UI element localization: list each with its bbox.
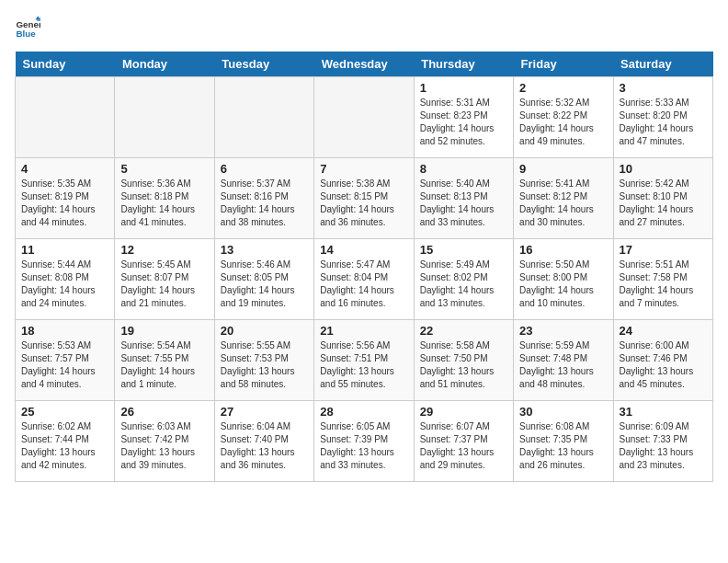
weekday-header-saturday: Saturday: [613, 52, 712, 77]
day-number-31: 31: [620, 405, 707, 419]
day-cell-23: 23Sunrise: 5:59 AM Sunset: 7:48 PM Dayli…: [514, 320, 613, 401]
empty-cell: [214, 77, 313, 158]
day-cell-25: 25Sunrise: 6:02 AM Sunset: 7:44 PM Dayli…: [16, 401, 115, 482]
day-info-13: Sunrise: 5:46 AM Sunset: 8:05 PM Dayligh…: [221, 259, 308, 310]
day-cell-26: 26Sunrise: 6:03 AM Sunset: 7:42 PM Dayli…: [115, 401, 214, 482]
day-number-11: 11: [21, 243, 108, 257]
day-cell-22: 22Sunrise: 5:58 AM Sunset: 7:50 PM Dayli…: [414, 320, 513, 401]
day-number-29: 29: [420, 405, 507, 419]
logo-icon: General Blue: [15, 15, 40, 40]
day-number-27: 27: [221, 405, 308, 419]
day-cell-3: 3Sunrise: 5:33 AM Sunset: 8:20 PM Daylig…: [613, 77, 712, 158]
day-cell-31: 31Sunrise: 6:09 AM Sunset: 7:33 PM Dayli…: [613, 401, 712, 482]
day-info-24: Sunrise: 6:00 AM Sunset: 7:46 PM Dayligh…: [620, 339, 707, 391]
day-number-18: 18: [21, 324, 108, 338]
day-number-9: 9: [519, 162, 607, 176]
day-info-20: Sunrise: 5:55 AM Sunset: 7:53 PM Dayligh…: [221, 339, 308, 391]
day-cell-27: 27Sunrise: 6:04 AM Sunset: 7:40 PM Dayli…: [214, 401, 313, 482]
day-number-6: 6: [221, 162, 308, 176]
day-number-28: 28: [320, 405, 407, 419]
week-row-1: 1Sunrise: 5:31 AM Sunset: 8:23 PM Daylig…: [16, 77, 713, 158]
day-info-31: Sunrise: 6:09 AM Sunset: 7:33 PM Dayligh…: [620, 420, 707, 472]
day-cell-30: 30Sunrise: 6:08 AM Sunset: 7:35 PM Dayli…: [514, 401, 613, 482]
logo: General Blue: [15, 15, 44, 40]
day-info-5: Sunrise: 5:36 AM Sunset: 8:18 PM Dayligh…: [120, 178, 208, 229]
day-info-22: Sunrise: 5:58 AM Sunset: 7:50 PM Dayligh…: [420, 339, 507, 391]
day-number-21: 21: [320, 324, 407, 338]
empty-cell: [16, 77, 115, 158]
day-info-7: Sunrise: 5:38 AM Sunset: 8:15 PM Dayligh…: [320, 178, 407, 229]
day-info-4: Sunrise: 5:35 AM Sunset: 8:19 PM Dayligh…: [21, 178, 108, 229]
day-info-14: Sunrise: 5:47 AM Sunset: 8:04 PM Dayligh…: [320, 259, 407, 310]
day-number-22: 22: [420, 324, 507, 338]
day-number-8: 8: [420, 162, 507, 176]
weekday-header-friday: Friday: [514, 52, 613, 77]
week-row-4: 18Sunrise: 5:53 AM Sunset: 7:57 PM Dayli…: [16, 320, 713, 401]
day-info-23: Sunrise: 5:59 AM Sunset: 7:48 PM Dayligh…: [519, 339, 607, 391]
day-cell-12: 12Sunrise: 5:45 AM Sunset: 8:07 PM Dayli…: [115, 239, 214, 320]
day-number-4: 4: [21, 162, 108, 176]
calendar-table: SundayMondayTuesdayWednesdayThursdayFrid…: [15, 52, 713, 482]
day-cell-11: 11Sunrise: 5:44 AM Sunset: 8:08 PM Dayli…: [16, 239, 115, 320]
day-info-30: Sunrise: 6:08 AM Sunset: 7:35 PM Dayligh…: [519, 420, 607, 472]
day-info-8: Sunrise: 5:40 AM Sunset: 8:13 PM Dayligh…: [420, 178, 507, 229]
day-cell-6: 6Sunrise: 5:37 AM Sunset: 8:16 PM Daylig…: [214, 158, 313, 239]
day-cell-28: 28Sunrise: 6:05 AM Sunset: 7:39 PM Dayli…: [314, 401, 414, 482]
week-row-2: 4Sunrise: 5:35 AM Sunset: 8:19 PM Daylig…: [16, 158, 713, 239]
day-cell-29: 29Sunrise: 6:07 AM Sunset: 7:37 PM Dayli…: [414, 401, 513, 482]
day-info-27: Sunrise: 6:04 AM Sunset: 7:40 PM Dayligh…: [221, 420, 308, 472]
day-info-9: Sunrise: 5:41 AM Sunset: 8:12 PM Dayligh…: [519, 178, 607, 229]
day-cell-2: 2Sunrise: 5:32 AM Sunset: 8:22 PM Daylig…: [514, 77, 613, 158]
day-cell-24: 24Sunrise: 6:00 AM Sunset: 7:46 PM Dayli…: [613, 320, 712, 401]
day-number-13: 13: [221, 243, 308, 257]
day-cell-8: 8Sunrise: 5:40 AM Sunset: 8:13 PM Daylig…: [414, 158, 513, 239]
day-cell-5: 5Sunrise: 5:36 AM Sunset: 8:18 PM Daylig…: [115, 158, 214, 239]
day-cell-15: 15Sunrise: 5:49 AM Sunset: 8:02 PM Dayli…: [414, 239, 513, 320]
day-info-17: Sunrise: 5:51 AM Sunset: 7:58 PM Dayligh…: [620, 259, 707, 310]
day-number-23: 23: [519, 324, 607, 338]
day-number-24: 24: [620, 324, 707, 338]
day-number-12: 12: [120, 243, 208, 257]
weekday-header-thursday: Thursday: [414, 52, 513, 77]
weekday-header-tuesday: Tuesday: [214, 52, 313, 77]
day-number-1: 1: [420, 81, 507, 95]
day-cell-19: 19Sunrise: 5:54 AM Sunset: 7:55 PM Dayli…: [115, 320, 214, 401]
day-cell-17: 17Sunrise: 5:51 AM Sunset: 7:58 PM Dayli…: [613, 239, 712, 320]
day-info-1: Sunrise: 5:31 AM Sunset: 8:23 PM Dayligh…: [420, 97, 507, 148]
day-cell-20: 20Sunrise: 5:55 AM Sunset: 7:53 PM Dayli…: [214, 320, 313, 401]
week-row-3: 11Sunrise: 5:44 AM Sunset: 8:08 PM Dayli…: [16, 239, 713, 320]
day-info-15: Sunrise: 5:49 AM Sunset: 8:02 PM Dayligh…: [420, 259, 507, 310]
page-header: General Blue: [15, 15, 713, 40]
day-cell-7: 7Sunrise: 5:38 AM Sunset: 8:15 PM Daylig…: [314, 158, 414, 239]
day-number-19: 19: [120, 324, 208, 338]
week-row-5: 25Sunrise: 6:02 AM Sunset: 7:44 PM Dayli…: [16, 401, 713, 482]
day-info-3: Sunrise: 5:33 AM Sunset: 8:20 PM Dayligh…: [620, 97, 707, 148]
weekday-header-sunday: Sunday: [16, 52, 115, 77]
day-info-28: Sunrise: 6:05 AM Sunset: 7:39 PM Dayligh…: [320, 420, 407, 472]
day-number-15: 15: [420, 243, 507, 257]
day-cell-18: 18Sunrise: 5:53 AM Sunset: 7:57 PM Dayli…: [16, 320, 115, 401]
day-cell-1: 1Sunrise: 5:31 AM Sunset: 8:23 PM Daylig…: [414, 77, 513, 158]
day-number-26: 26: [120, 405, 208, 419]
day-cell-13: 13Sunrise: 5:46 AM Sunset: 8:05 PM Dayli…: [214, 239, 313, 320]
svg-text:Blue: Blue: [16, 29, 36, 39]
day-number-17: 17: [620, 243, 707, 257]
day-number-5: 5: [120, 162, 208, 176]
day-info-11: Sunrise: 5:44 AM Sunset: 8:08 PM Dayligh…: [21, 259, 108, 310]
day-number-25: 25: [21, 405, 108, 419]
day-info-12: Sunrise: 5:45 AM Sunset: 8:07 PM Dayligh…: [120, 259, 208, 310]
day-info-29: Sunrise: 6:07 AM Sunset: 7:37 PM Dayligh…: [420, 420, 507, 472]
weekday-header-monday: Monday: [115, 52, 214, 77]
day-info-6: Sunrise: 5:37 AM Sunset: 8:16 PM Dayligh…: [221, 178, 308, 229]
day-info-10: Sunrise: 5:42 AM Sunset: 8:10 PM Dayligh…: [620, 178, 707, 229]
empty-cell: [314, 77, 414, 158]
day-number-16: 16: [519, 243, 607, 257]
day-cell-21: 21Sunrise: 5:56 AM Sunset: 7:51 PM Dayli…: [314, 320, 414, 401]
day-cell-16: 16Sunrise: 5:50 AM Sunset: 8:00 PM Dayli…: [514, 239, 613, 320]
day-number-3: 3: [620, 81, 707, 95]
day-info-2: Sunrise: 5:32 AM Sunset: 8:22 PM Dayligh…: [519, 97, 607, 148]
day-info-18: Sunrise: 5:53 AM Sunset: 7:57 PM Dayligh…: [21, 339, 108, 391]
weekday-header-wednesday: Wednesday: [314, 52, 414, 77]
day-info-25: Sunrise: 6:02 AM Sunset: 7:44 PM Dayligh…: [21, 420, 108, 472]
day-number-7: 7: [320, 162, 407, 176]
